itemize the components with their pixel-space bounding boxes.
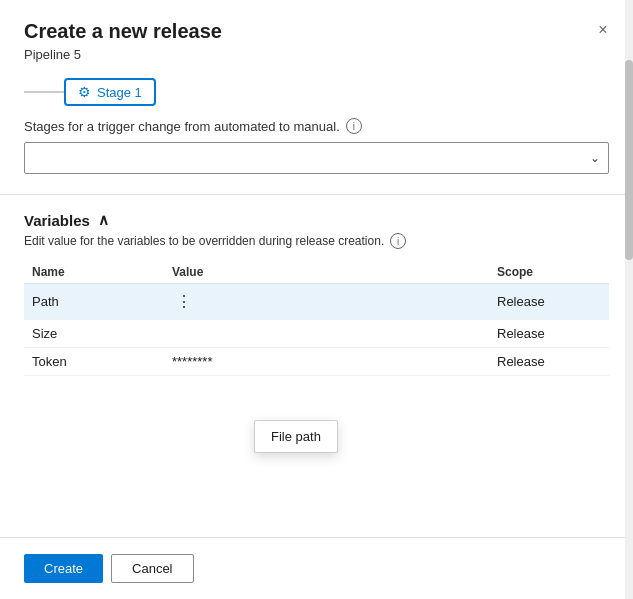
col-header-value: Value	[164, 261, 489, 284]
tooltip-text: File path	[271, 429, 321, 444]
stage-pipeline: ⚙ Stage 1	[24, 78, 609, 106]
variables-title: Variables	[24, 212, 90, 229]
dialog-header: Create a new release × Pipeline 5	[0, 0, 633, 62]
create-button[interactable]: Create	[24, 554, 103, 583]
var-value[interactable]: ********	[164, 348, 489, 376]
variables-desc: Edit value for the variables to be overr…	[24, 233, 609, 249]
var-value[interactable]	[164, 320, 489, 348]
trigger-dropdown[interactable]: ⌄	[24, 142, 609, 174]
file-path-tooltip: File path	[254, 420, 338, 453]
col-header-scope: Scope	[489, 261, 609, 284]
variables-section: Variables ∧ Edit value for the variables…	[0, 203, 633, 537]
col-header-name: Name	[24, 261, 164, 284]
var-scope: Release	[489, 320, 609, 348]
var-value[interactable]: ⋮	[164, 284, 489, 320]
chevron-up-icon: ∧	[98, 211, 109, 229]
trigger-info-icon[interactable]: i	[346, 118, 362, 134]
close-button[interactable]: ×	[589, 16, 617, 44]
trigger-label: Stages for a trigger change from automat…	[24, 118, 609, 134]
create-release-dialog: Create a new release × Pipeline 5 ⚙ Stag…	[0, 0, 633, 599]
stage-line	[24, 91, 64, 93]
variables-info-icon[interactable]: i	[390, 233, 406, 249]
table-row: SizeRelease	[24, 320, 609, 348]
stage-icon: ⚙	[78, 84, 91, 100]
divider	[0, 194, 633, 195]
table-row: Path⋮Release	[24, 284, 609, 320]
stage-label: Stage 1	[97, 85, 142, 100]
var-name: Token	[24, 348, 164, 376]
var-name: Size	[24, 320, 164, 348]
three-dot-menu-button[interactable]: ⋮	[172, 290, 196, 313]
scroll-thumb[interactable]	[625, 60, 633, 260]
var-scope: Release	[489, 348, 609, 376]
stage-area: ⚙ Stage 1	[0, 62, 633, 118]
dialog-subtitle: Pipeline 5	[24, 47, 609, 62]
trigger-section: Stages for a trigger change from automat…	[0, 118, 633, 186]
table-row: Token********Release	[24, 348, 609, 376]
stage-box[interactable]: ⚙ Stage 1	[64, 78, 156, 106]
var-name: Path	[24, 284, 164, 320]
var-scope: Release	[489, 284, 609, 320]
scrollbar[interactable]	[625, 0, 633, 599]
chevron-down-icon: ⌄	[590, 151, 600, 165]
cancel-button[interactable]: Cancel	[111, 554, 193, 583]
variables-table: Name Value Scope Path⋮ReleaseSizeRelease…	[24, 261, 609, 376]
dialog-footer: Create Cancel	[0, 537, 633, 599]
variables-header[interactable]: Variables ∧	[24, 211, 609, 229]
dialog-title: Create a new release	[24, 20, 609, 43]
